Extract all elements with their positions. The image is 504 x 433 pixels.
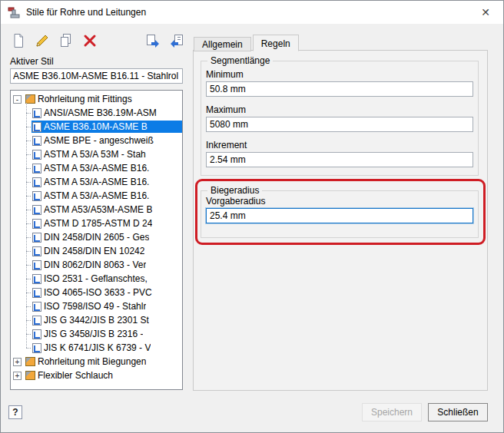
styles-dialog: Stile für Rohre und Leitungen ✕ [0,0,504,433]
tree-item[interactable]: JIS K 6741/JIS K 6739 - V [11,341,182,355]
pipe-category-icon [25,371,35,380]
pipe-style-icon [32,136,41,146]
pipe-style-icon [32,219,41,229]
collapse-icon[interactable]: - [13,95,22,104]
tree-item[interactable]: ASTM A53/A53M-ASME B [11,203,182,216]
load-from-library-icon [169,33,184,48]
maximum-label: Maximum [206,104,473,115]
rules-panel: Segmentlänge Minimum Maximum Inkrement B… [193,50,488,391]
maximum-field[interactable] [206,117,473,132]
tree-item[interactable]: ISO 2531 - Geflanschtes, [11,272,182,286]
tree-group-bends[interactable]: + Rohrleitung mit Biegungen [11,355,182,369]
tree-item[interactable]: DIN 8062/DIN 8063 - Ver [11,258,182,272]
edit-style-icon [35,33,50,48]
bend-radius-group-title: Biegeradius [207,185,262,196]
segment-length-group-title: Segmentlänge [207,55,273,66]
save-button[interactable]: Speichern [362,403,422,421]
expand-icon[interactable]: + [13,358,22,366]
segment-length-group: Segmentlänge Minimum Maximum Inkrement [201,61,479,176]
close-dialog-button[interactable]: Schließen [428,403,488,421]
pipe-style-icon [32,343,41,353]
pipe-style-icon [32,191,41,201]
pipe-style-icon [32,288,41,298]
tree-group-fittings[interactable]: - Rohrleitung mit Fittings [11,92,182,106]
pipe-style-icon [32,316,41,326]
active-style-label: Aktiver Stil [10,56,54,67]
copy-style-icon [58,33,74,48]
pipe-style-icon [32,246,41,256]
styles-tree: - Rohrleitung mit Fittings ANSI/ASME B36… [10,90,183,390]
tree-item[interactable]: ASTM A 53/A-ASME B16. [11,175,182,189]
tree-item[interactable]: DIN 2458/DIN 2605 - Ges [11,230,182,244]
tree-item[interactable]: ASTM A 53/A 53M - Stah [11,147,182,161]
pipe-style-icon [32,274,41,284]
increment-field[interactable] [206,152,473,167]
window-title: Stile für Rohre und Leitungen [26,1,146,24]
pipe-styles-app-icon [8,6,20,18]
new-style-button[interactable] [8,31,28,51]
pipe-style-icon [32,302,41,312]
default-radius-label: Vorgaberadius [206,196,473,207]
pipe-style-icon [32,108,41,118]
save-to-library-button[interactable] [143,31,163,51]
pipe-style-icon [32,177,41,187]
tab-strip: Allgemein Regeln [194,35,300,51]
edit-style-button[interactable] [32,31,52,51]
expand-icon[interactable]: + [13,372,22,380]
bend-radius-group: Biegeradius Vorgaberadius [201,190,479,238]
save-to-library-icon [145,33,161,48]
tree-item[interactable]: ASTM A 53/A-ASME B16. [11,189,182,203]
close-icon[interactable]: ✕ [468,1,503,24]
minimum-field[interactable] [206,81,473,97]
increment-label: Inkrement [206,140,473,150]
active-style-input[interactable] [10,68,183,84]
pipe-style-icon [32,164,41,174]
tree-item[interactable]: JIS G 3458/JIS B 2316 - [11,327,182,341]
pipe-style-icon [32,205,41,215]
pipe-style-icon [32,233,41,243]
styles-toolbar [8,31,187,51]
tree-item[interactable]: ASTM A 53/A-ASME B16. [11,161,182,175]
pipe-style-icon [32,150,41,160]
pipe-style-icon [32,329,41,339]
tree-item[interactable]: JIS G 3442/JIS B 2301 St [11,313,182,327]
load-from-library-button[interactable] [167,31,187,51]
tree-item[interactable]: DIN 2458/DIN EN 10242 [11,244,182,258]
tab-allgemein[interactable]: Allgemein [194,37,251,51]
toolbar-spacer [104,41,139,41]
tree-item[interactable]: ISO 7598/ISO 49 - Stahlr [11,299,182,313]
delete-style-icon [82,33,98,48]
pipe-category-icon [25,357,35,366]
tree-item[interactable]: ASME BPE - angeschweiß [11,134,182,147]
pipe-style-icon [32,260,41,270]
pipe-style-icon [32,122,41,132]
tree-item[interactable]: ANSI/ASME B36.19M-ASM [11,106,182,120]
default-radius-field[interactable] [206,208,473,223]
help-button[interactable]: ? [8,405,22,419]
tree-children: ANSI/ASME B36.19M-ASM ASME B36.10M-ASME … [11,106,182,355]
tree-item[interactable]: ASTM D 1785-ASTM D 24 [11,216,182,230]
tab-regeln[interactable]: Regeln [253,35,299,51]
tree-group-hose[interactable]: + Flexibler Schlauch [11,369,182,382]
tree-item[interactable]: ISO 4065-ISO 3633 - PVC [11,286,182,299]
minimum-label: Minimum [206,69,473,80]
delete-style-button[interactable] [80,31,100,51]
tree-item-selected[interactable]: ASME B36.10M-ASME B [11,120,182,134]
title-bar: Stile für Rohre und Leitungen ✕ [1,1,503,24]
new-style-icon [11,33,26,48]
copy-style-button[interactable] [56,31,76,51]
